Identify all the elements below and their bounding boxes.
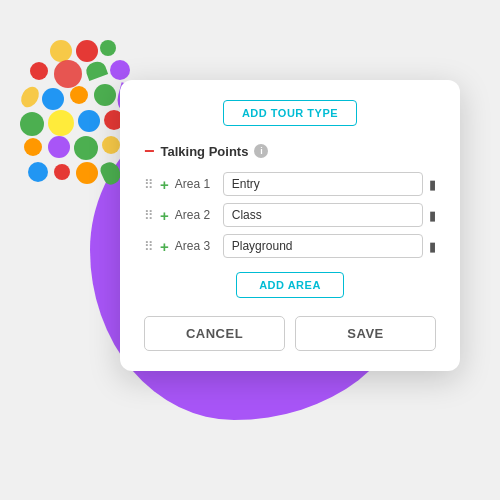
drag-handle-icon[interactable]: ⠿ <box>144 177 154 192</box>
add-subitem-icon[interactable]: + <box>160 238 169 255</box>
info-icon[interactable]: i <box>254 144 268 158</box>
area-input-2[interactable] <box>223 203 423 227</box>
add-tour-btn-row: ADD TOUR TYPE <box>144 100 436 126</box>
add-tour-type-button[interactable]: ADD TOUR TYPE <box>223 100 357 126</box>
add-subitem-icon[interactable]: + <box>160 207 169 224</box>
section-header: − Talking Points i <box>144 142 436 160</box>
dialog: ADD TOUR TYPE − Talking Points i ⠿ + Are… <box>120 80 460 371</box>
area-label: Area 2 <box>175 208 217 222</box>
table-row: ⠿ + Area 3 ▮ <box>144 234 436 258</box>
area-list: ⠿ + Area 1 ▮ ⠿ + Area 2 ▮ ⠿ + Area 3 ▮ <box>144 172 436 258</box>
area-label: Area 3 <box>175 239 217 253</box>
add-area-button[interactable]: ADD AREA <box>236 272 344 298</box>
drag-handle-icon[interactable]: ⠿ <box>144 239 154 254</box>
area-input-1[interactable] <box>223 172 423 196</box>
dialog-wrapper: ADD TOUR TYPE − Talking Points i ⠿ + Are… <box>120 80 480 371</box>
cancel-button[interactable]: CANCEL <box>144 316 285 351</box>
area-label: Area 1 <box>175 177 217 191</box>
collapse-icon[interactable]: − <box>144 142 155 160</box>
add-subitem-icon[interactable]: + <box>160 176 169 193</box>
add-area-row: ADD AREA <box>144 272 436 298</box>
delete-area-icon[interactable]: ▮ <box>429 177 436 192</box>
drag-handle-icon[interactable]: ⠿ <box>144 208 154 223</box>
save-button[interactable]: SAVE <box>295 316 436 351</box>
delete-area-icon[interactable]: ▮ <box>429 208 436 223</box>
area-input-3[interactable] <box>223 234 423 258</box>
dialog-footer: CANCEL SAVE <box>144 316 436 351</box>
table-row: ⠿ + Area 1 ▮ <box>144 172 436 196</box>
section-title: Talking Points <box>161 144 249 159</box>
table-row: ⠿ + Area 2 ▮ <box>144 203 436 227</box>
delete-area-icon[interactable]: ▮ <box>429 239 436 254</box>
